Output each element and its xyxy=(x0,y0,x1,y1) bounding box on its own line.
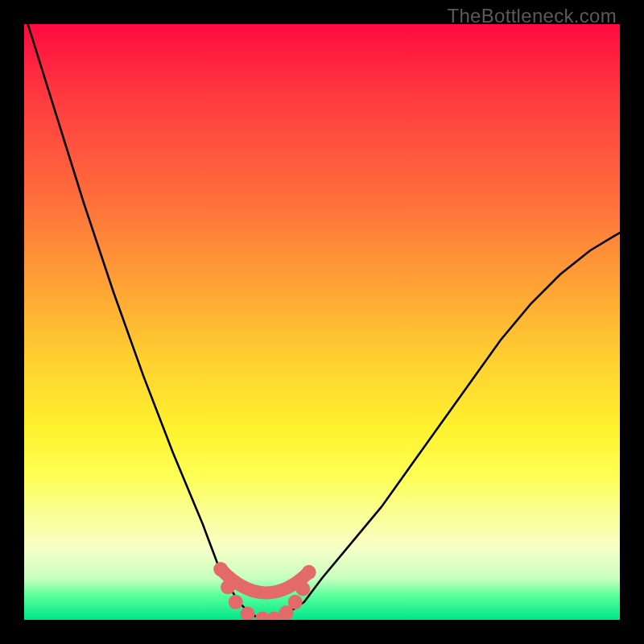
curve-layer xyxy=(24,24,620,620)
highlight-dots xyxy=(213,562,316,620)
highlight-dot xyxy=(229,595,243,609)
highlight-dot xyxy=(295,582,310,597)
chart-frame: TheBottleneck.com xyxy=(0,0,644,644)
highlight-dot xyxy=(213,562,228,576)
bottleneck-curve xyxy=(24,24,620,620)
highlight-dot xyxy=(241,607,255,620)
highlight-dot xyxy=(302,565,316,580)
gradient-plot-area xyxy=(24,24,620,620)
highlight-dot xyxy=(288,595,303,609)
highlight-dot xyxy=(221,580,235,594)
watermark-text: TheBottleneck.com xyxy=(447,5,617,27)
